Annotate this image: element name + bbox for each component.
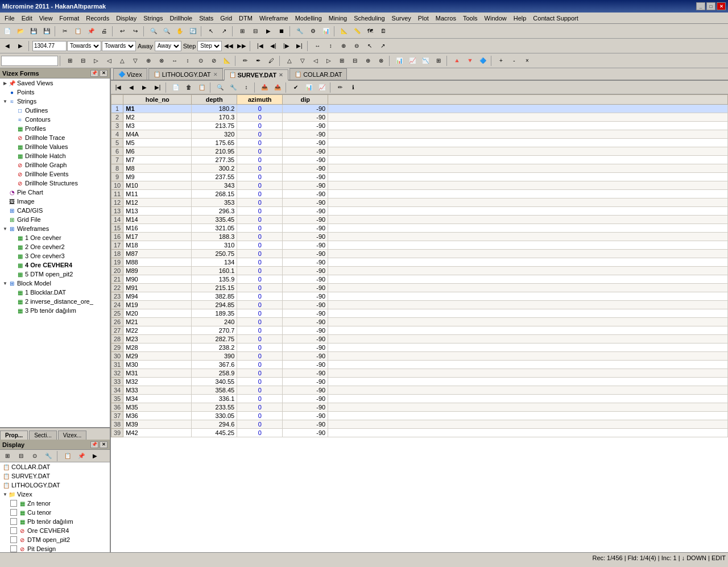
cell-azimuth[interactable]: 0 — [237, 361, 283, 369]
tree-item-pb-tenor[interactable]: ▦ 3 Pb tenör dağılım — [0, 306, 110, 315]
menu-strings[interactable]: Strings — [140, 14, 166, 23]
cell-depth[interactable]: 233.55 — [192, 403, 237, 412]
disp-pb-tenor[interactable]: ▦ Pb tenör dağılım — [0, 517, 110, 526]
nav-btn-j[interactable]: ↗ — [377, 40, 389, 52]
cell-hole-no[interactable]: M3 — [123, 122, 192, 130]
display-tb-f[interactable]: 📌 — [75, 450, 88, 462]
cell-dip[interactable]: -90 — [283, 352, 328, 361]
ore2-expander[interactable] — [10, 244, 16, 250]
cell-azimuth[interactable]: 0 — [237, 130, 283, 139]
tb3-btn-aa[interactable]: 📉 — [419, 55, 432, 67]
cell-dip[interactable]: -90 — [283, 233, 328, 241]
cell-dip[interactable]: -90 — [283, 275, 328, 284]
tb3-btn-m[interactable]: 📐 — [221, 55, 233, 67]
cell-dip[interactable]: -90 — [283, 250, 328, 258]
menu-drillhole[interactable]: Drillhole — [167, 14, 196, 23]
cell-hole-no[interactable]: M19 — [123, 301, 192, 309]
image-expander[interactable] — [2, 198, 8, 204]
display-close-button[interactable]: ✕ — [100, 441, 107, 448]
open-button[interactable]: 📂 — [14, 26, 27, 37]
tb-btn-g[interactable]: 📊 — [320, 26, 332, 37]
cell-hole-no[interactable]: M11 — [123, 190, 192, 198]
cell-azimuth[interactable]: 0 — [237, 343, 283, 352]
cell-dip[interactable]: -90 — [283, 207, 328, 216]
cell-dip[interactable]: -90 — [283, 267, 328, 275]
cell-dip[interactable]: -90 — [283, 429, 328, 437]
cell-hole-no[interactable]: M10 — [123, 181, 192, 190]
cell-depth[interactable]: 294.6 — [192, 420, 237, 429]
cell-depth[interactable]: 238.2 — [192, 343, 237, 352]
nav-prev-button[interactable]: ◀ — [1, 40, 14, 52]
cell-hole-no[interactable]: M32 — [123, 378, 192, 386]
cell-azimuth[interactable]: 0 — [237, 326, 283, 335]
disp-survey[interactable]: 📋 SURVEY.DAT — [0, 471, 110, 481]
cell-hole-no[interactable]: M4A — [123, 130, 192, 139]
tb-btn-j[interactable]: 🗺 — [364, 26, 377, 37]
cell-depth[interactable]: 135.9 — [192, 275, 237, 284]
dh-structures-expander[interactable] — [10, 180, 16, 186]
cell-depth[interactable]: 213.75 — [192, 122, 237, 130]
tb3-btn-ab[interactable]: ⊞ — [432, 55, 445, 67]
tree-item-outlines[interactable]: □ Outlines — [0, 106, 110, 115]
grid-sort-button[interactable]: ↕ — [240, 82, 253, 93]
display-tb-a[interactable]: ⊞ — [1, 450, 14, 462]
tab-survey[interactable]: 📋 SURVEY.DAT ✕ — [224, 69, 289, 81]
tree-item-dh-structures[interactable]: ⊘ Drillhole Structures — [0, 179, 110, 188]
display-tb-c[interactable]: ⊙ — [28, 450, 41, 462]
deselect-button[interactable]: ↗ — [218, 26, 230, 37]
grid-next-button[interactable]: ▶ — [138, 82, 151, 93]
menu-modelling[interactable]: Modelling — [292, 14, 325, 23]
tree-item-dh-events[interactable]: ⊘ Drillhole Events — [0, 169, 110, 179]
cell-azimuth[interactable]: 0 — [237, 301, 283, 309]
grid-delete-button[interactable]: 🗑 — [183, 82, 195, 93]
cell-hole-no[interactable]: M30 — [123, 361, 192, 369]
cell-dip[interactable]: -90 — [283, 309, 328, 318]
grid-validate-button[interactable]: ✔ — [289, 82, 302, 93]
towards-select2[interactable]: Towards — [102, 41, 136, 51]
cell-hole-no[interactable]: M20 — [123, 309, 192, 318]
cell-azimuth[interactable]: 0 — [237, 147, 283, 156]
cell-hole-no[interactable]: M29 — [123, 352, 192, 361]
cell-azimuth[interactable]: 0 — [237, 164, 283, 173]
cell-azimuth[interactable]: 0 — [237, 241, 283, 250]
cell-dip[interactable]: -90 — [283, 147, 328, 156]
cell-depth[interactable]: 382.85 — [192, 292, 237, 301]
menu-contact[interactable]: Contact Support — [530, 14, 582, 23]
cell-depth[interactable]: 258.9 — [192, 369, 237, 378]
cell-hole-no[interactable]: M5 — [123, 139, 192, 147]
tb3-btn-b[interactable]: ⊟ — [77, 55, 89, 67]
cell-azimuth[interactable]: 0 — [237, 156, 283, 164]
grid-stats-button[interactable]: 📊 — [303, 82, 315, 93]
tb3-btn-i[interactable]: ↔ — [168, 55, 181, 67]
tree-item-pie-chart[interactable]: ◔ Pie Chart — [0, 188, 110, 197]
cell-azimuth[interactable]: 0 — [237, 292, 283, 301]
cell-dip[interactable]: -90 — [283, 284, 328, 292]
cu-tenor-checkbox[interactable] — [10, 509, 17, 516]
tree-item-ore4[interactable]: ▦ 4 Ore CEVHER4 — [0, 260, 110, 270]
tb3-btn-y[interactable]: 📊 — [393, 55, 406, 67]
nav-btn-i[interactable]: ↖ — [363, 40, 376, 52]
paste-button[interactable]: 📌 — [85, 26, 97, 37]
display-tb-g[interactable]: ▶ — [89, 450, 101, 462]
pit-design-cb[interactable] — [10, 545, 17, 552]
cell-dip[interactable]: -90 — [283, 326, 328, 335]
tb3-btn-z[interactable]: 📈 — [406, 55, 419, 67]
cell-azimuth[interactable]: 0 — [237, 139, 283, 147]
cell-dip[interactable]: -90 — [283, 113, 328, 122]
grid-import-button[interactable]: 📥 — [258, 82, 271, 93]
cell-azimuth[interactable]: 0 — [237, 216, 283, 224]
cell-hole-no[interactable]: M8 — [123, 164, 192, 173]
menu-tools[interactable]: Tools — [460, 14, 481, 23]
tb-btn-c[interactable]: ▶ — [262, 26, 275, 37]
grid-new-button[interactable]: 📄 — [169, 82, 182, 93]
cell-azimuth[interactable]: 0 — [237, 173, 283, 181]
outlines-expander[interactable] — [10, 107, 16, 113]
tree-item-dh-graph[interactable]: ⊘ Drillhole Graph — [0, 160, 110, 169]
cell-azimuth[interactable]: 0 — [237, 190, 283, 198]
cell-azimuth[interactable]: 0 — [237, 275, 283, 284]
grid-last-button[interactable]: ▶| — [151, 82, 164, 93]
cell-azimuth[interactable]: 0 — [237, 284, 283, 292]
cell-depth[interactable]: 210.95 — [192, 147, 237, 156]
cell-azimuth[interactable]: 0 — [237, 250, 283, 258]
tree-item-contours[interactable]: ≈ Contours — [0, 115, 110, 124]
